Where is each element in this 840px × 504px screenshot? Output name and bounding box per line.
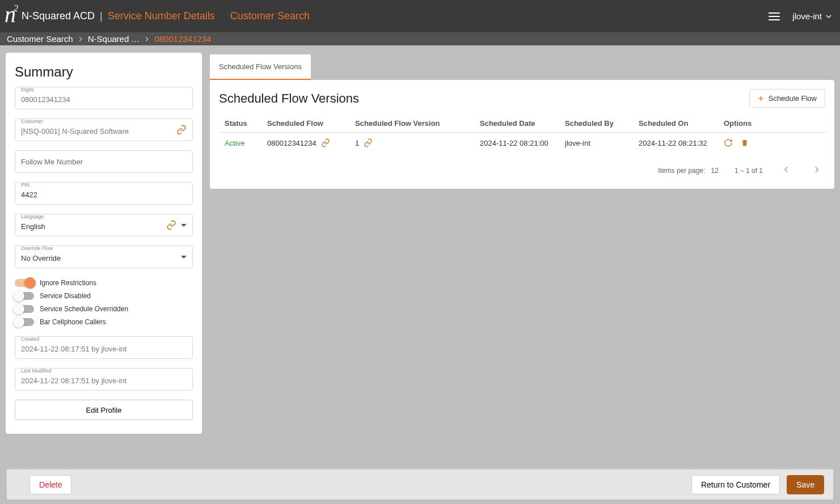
col-status[interactable]: Status	[219, 115, 261, 133]
breadcrumb-customer-search[interactable]: Customer Search	[7, 34, 73, 44]
summary-panel: Summary Digits 080012341234 Customer [NS…	[6, 53, 202, 434]
table-header-row: Status Scheduled Flow Scheduled Flow Ver…	[219, 115, 828, 133]
right-area: Scheduled Flow Versions Scheduled Flow V…	[210, 53, 834, 189]
pin-value: 4422	[21, 188, 187, 199]
scheduled-flow-value: 080012341234	[267, 139, 316, 147]
language-value: English	[21, 220, 166, 231]
pipe-separator: |	[100, 10, 103, 22]
scheduled-flows-table: Status Scheduled Flow Scheduled Flow Ver…	[219, 115, 828, 153]
col-scheduled-flow[interactable]: Scheduled Flow	[261, 115, 349, 133]
app-name: N-Squared ACD	[22, 10, 95, 22]
logo-icon: n2	[5, 1, 18, 28]
toggle-switch[interactable]	[15, 292, 34, 300]
chevron-right-icon	[812, 164, 822, 175]
link-icon[interactable]	[321, 138, 330, 147]
breadcrumb: Customer Search N-Squared … 080012341234	[0, 32, 840, 45]
topbar: n2 N-Squared ACD | Service Number Detail…	[0, 0, 840, 32]
pager-range: 1 – 1 of 1	[735, 167, 763, 175]
chevron-down-icon	[824, 12, 833, 21]
digits-label: Digits	[20, 87, 35, 92]
last-modified-field: Last Modified 2024-11-22 08:17:51 by jlo…	[15, 368, 193, 391]
chevron-right-icon	[143, 35, 151, 43]
pin-label: PIN	[20, 182, 31, 188]
override-flow-value: No Override	[21, 252, 181, 262]
customer-field: Customer [NSQ-0001] N-Squared Software	[15, 118, 193, 141]
toggle-label: Ignore Restrictions	[40, 279, 96, 287]
link-icon[interactable]	[176, 125, 187, 135]
toggle-switch[interactable]	[15, 318, 34, 326]
customer-label: Customer	[20, 118, 44, 124]
user-menu[interactable]: jlove-int	[792, 11, 833, 21]
table-row[interactable]: Active 080012341234 1	[219, 133, 828, 154]
scheduled-flow-version-value: 1	[355, 139, 359, 147]
col-scheduled-flow-version[interactable]: Scheduled Flow Version	[349, 115, 474, 133]
chevron-right-icon	[77, 35, 85, 43]
content-panel: Scheduled Flow Versions + Schedule Flow …	[210, 80, 834, 189]
link-icon[interactable]	[166, 220, 176, 230]
language-label: Language	[20, 214, 45, 219]
refresh-icon[interactable]	[724, 138, 733, 147]
col-options: Options	[718, 115, 828, 133]
digits-value: 080012341234	[21, 93, 187, 104]
dropdown-arrow-icon	[181, 256, 187, 259]
return-to-customer-button[interactable]: Return to Customer	[691, 475, 780, 494]
items-per-page-label: Items per page:	[658, 167, 705, 175]
schedule-flow-button-label: Schedule Flow	[769, 94, 817, 103]
override-flow-label: Override Flow	[20, 245, 54, 251]
pager-prev[interactable]	[779, 162, 793, 179]
save-button[interactable]: Save	[787, 475, 824, 494]
scheduled-by-value: jlove-int	[559, 133, 633, 154]
schedule-flow-button[interactable]: + Schedule Flow	[749, 89, 825, 108]
last-modified-value: 2024-11-22 08:17:51 by jlove-int	[21, 374, 187, 385]
toggle-bar-cellphone-callers[interactable]: Bar Cellphone Callers	[15, 315, 193, 328]
last-modified-label: Last Modified	[20, 368, 53, 374]
col-scheduled-by[interactable]: Scheduled By	[559, 115, 633, 133]
main-area: Summary Digits 080012341234 Customer [NS…	[0, 45, 840, 473]
pager-next[interactable]	[809, 162, 824, 179]
toggle-service-schedule-overridden[interactable]: Service Schedule Overridden	[15, 302, 193, 315]
summary-title: Summary	[15, 64, 193, 80]
username: jlove-int	[792, 11, 822, 21]
breadcrumb-current: 080012341234	[154, 34, 211, 44]
created-field: Created 2024-11-22 08:17:51 by jlove-int	[15, 336, 193, 359]
follow-me-field[interactable]: Follow Me Number	[15, 150, 193, 173]
toggle-switch[interactable]	[15, 305, 34, 313]
created-label: Created	[20, 336, 40, 342]
app-title: N-Squared ACD | Service Number Details C…	[22, 10, 310, 22]
chevron-left-icon	[781, 164, 791, 175]
nav-service-number-details[interactable]: Service Number Details	[108, 10, 215, 22]
edit-profile-button[interactable]: Edit Profile	[15, 400, 193, 420]
scheduled-on-value: 2024-11-22 08:21:32	[633, 133, 718, 154]
override-flow-field[interactable]: Override Flow No Override	[15, 245, 193, 268]
pin-field[interactable]: PIN 4422	[15, 182, 193, 205]
dropdown-arrow-icon	[181, 224, 187, 227]
breadcrumb-customer[interactable]: N-Squared …	[88, 34, 140, 44]
toggle-service-disabled[interactable]: Service Disabled	[15, 289, 193, 302]
logo-area: n2 N-Squared ACD | Service Number Detail…	[2, 1, 310, 31]
items-per-page-value[interactable]: 12	[711, 167, 719, 175]
toggle-label: Service Schedule Overridden	[40, 305, 128, 313]
status-badge: Active	[225, 139, 244, 147]
created-value: 2024-11-22 08:17:51 by jlove-int	[21, 342, 187, 353]
customer-value: [NSQ-0001] N-Squared Software	[21, 125, 176, 135]
scheduled-date-value: 2024-11-22 08:21:00	[474, 133, 559, 154]
pager: Items per page: 12 1 – 1 of 1	[219, 153, 828, 182]
delete-button[interactable]: Delete	[29, 475, 71, 494]
toggle-ignore-restrictions[interactable]: Ignore Restrictions	[15, 276, 193, 289]
digits-field: Digits 080012341234	[15, 87, 193, 109]
toggle-switch[interactable]	[15, 279, 34, 287]
tab-scheduled-flow-versions[interactable]: Scheduled Flow Versions	[210, 54, 311, 80]
trash-icon[interactable]	[741, 138, 749, 147]
content-header: Scheduled Flow Versions + Schedule Flow	[219, 89, 828, 108]
language-field[interactable]: Language English	[15, 214, 193, 236]
hamburger-icon[interactable]	[769, 12, 780, 20]
content-title: Scheduled Flow Versions	[219, 91, 749, 106]
nav-customer-search[interactable]: Customer Search	[230, 10, 310, 22]
toggles: Ignore Restrictions Service Disabled Ser…	[15, 276, 193, 328]
link-icon[interactable]	[364, 138, 373, 147]
toggle-label: Bar Cellphone Callers	[40, 318, 106, 326]
footer-actions: Delete Return to Customer Save	[7, 469, 833, 499]
follow-me-label: Follow Me Number	[21, 158, 83, 166]
col-scheduled-on[interactable]: Scheduled On	[633, 115, 718, 133]
col-scheduled-date[interactable]: Scheduled Date	[474, 115, 559, 133]
